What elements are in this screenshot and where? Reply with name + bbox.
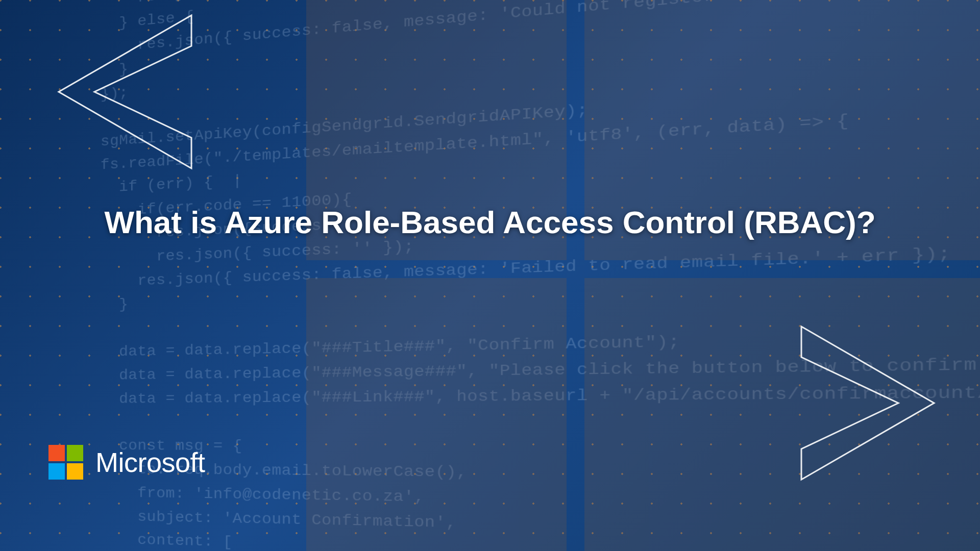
chevron-left-icon (48, 10, 197, 173)
microsoft-logo: Microsoft (48, 445, 205, 480)
microsoft-logo-text: Microsoft (95, 446, 205, 478)
tile-bottom-left (306, 278, 567, 551)
microsoft-logo-icon (48, 445, 83, 480)
chevron-right-icon (796, 321, 944, 485)
slide-title: What is Azure Role-Based Access Control … (0, 204, 980, 240)
